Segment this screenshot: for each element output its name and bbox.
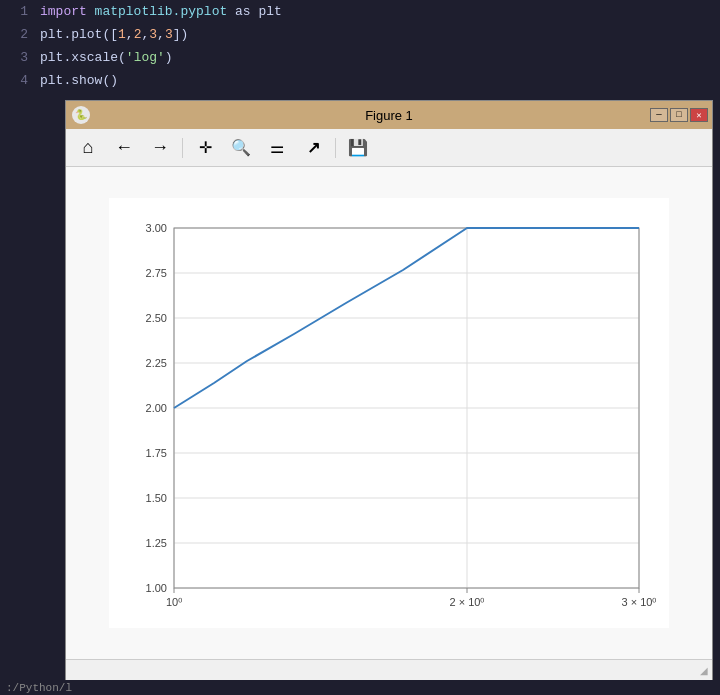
line-number: 2 (0, 27, 40, 42)
code-token: import (40, 4, 95, 19)
code-token: plt (40, 73, 63, 88)
code-token: plt (40, 27, 63, 42)
code-content: import matplotlib.pyplot as plt (40, 4, 282, 19)
maximize-button[interactable]: □ (670, 108, 688, 122)
window-controls: — □ ✕ (650, 108, 708, 122)
figure-window: 🐍 Figure 1 — □ ✕ ⌂ ← → ✛ 🔍 ⚌ ↗ 💾 (65, 100, 713, 680)
bottom-area: :/Python/l (0, 680, 720, 695)
line-number: 4 (0, 73, 40, 88)
code-line: 4plt.show() (0, 73, 720, 96)
line-number: 1 (0, 4, 40, 19)
forward-button[interactable]: → (144, 134, 176, 162)
code-token: 1 (118, 27, 126, 42)
svg-text:1.00: 1.00 (146, 582, 167, 594)
line-number: 3 (0, 50, 40, 65)
minimize-button[interactable]: — (650, 108, 668, 122)
code-token: .show() (63, 73, 118, 88)
code-token: 'log' (126, 50, 165, 65)
code-token: as (227, 4, 258, 19)
code-token: [ (110, 27, 118, 42)
plot-container: 1.00 1.25 1.50 1.75 2.00 2.25 2.50 2.75 … (66, 167, 712, 659)
toolbar: ⌂ ← → ✛ 🔍 ⚌ ↗ 💾 (66, 129, 712, 167)
code-token: plt (40, 50, 63, 65)
code-token: 3 (165, 27, 173, 42)
figure-title: Figure 1 (365, 108, 413, 123)
code-editor: 1import matplotlib.pyplot as plt2plt.plo… (0, 0, 720, 100)
svg-text:2.75: 2.75 (146, 267, 167, 279)
home-button[interactable]: ⌂ (72, 134, 104, 162)
svg-text:10⁰: 10⁰ (166, 596, 183, 608)
code-token: .plot( (63, 27, 110, 42)
code-line: 1import matplotlib.pyplot as plt (0, 4, 720, 27)
code-content: plt.plot([1,2,3,3]) (40, 27, 188, 42)
code-token: 3 (149, 27, 157, 42)
svg-text:3.00: 3.00 (146, 222, 167, 234)
bottom-path: :/Python/l (6, 682, 72, 694)
save-button[interactable]: 💾 (342, 134, 374, 162)
svg-text:1.75: 1.75 (146, 447, 167, 459)
svg-text:1.25: 1.25 (146, 537, 167, 549)
statusbar: ◢ (66, 659, 712, 681)
code-token: .xscale( (63, 50, 125, 65)
plot-area: 1.00 1.25 1.50 1.75 2.00 2.25 2.50 2.75 … (109, 198, 669, 628)
toolbar-separator-2 (335, 138, 336, 158)
svg-rect-0 (109, 198, 669, 628)
svg-text:3 × 10⁰: 3 × 10⁰ (622, 596, 658, 608)
resize-handle[interactable]: ◢ (700, 665, 708, 676)
close-button[interactable]: ✕ (690, 108, 708, 122)
configure-button[interactable]: ⚌ (261, 134, 293, 162)
svg-text:2 × 10⁰: 2 × 10⁰ (450, 596, 486, 608)
pan-button[interactable]: ✛ (189, 134, 221, 162)
code-token: , (126, 27, 134, 42)
plot-svg: 1.00 1.25 1.50 1.75 2.00 2.25 2.50 2.75 … (109, 198, 669, 628)
code-line: 2plt.plot([1,2,3,3]) (0, 27, 720, 50)
figure-logo-icon: 🐍 (72, 106, 90, 124)
code-content: plt.show() (40, 73, 118, 88)
code-token: ) (165, 50, 173, 65)
code-content: plt.xscale('log') (40, 50, 173, 65)
code-token: matplotlib.pyplot (95, 4, 228, 19)
code-token: ]) (173, 27, 189, 42)
zoom-button[interactable]: 🔍 (225, 134, 257, 162)
svg-text:2.25: 2.25 (146, 357, 167, 369)
back-button[interactable]: ← (108, 134, 140, 162)
toolbar-separator-1 (182, 138, 183, 158)
code-line: 3plt.xscale('log') (0, 50, 720, 73)
svg-text:2.50: 2.50 (146, 312, 167, 324)
figure-titlebar: 🐍 Figure 1 — □ ✕ (66, 101, 712, 129)
code-token: plt (258, 4, 281, 19)
svg-text:1.50: 1.50 (146, 492, 167, 504)
svg-text:2.00: 2.00 (146, 402, 167, 414)
code-token: , (157, 27, 165, 42)
rescale-button[interactable]: ↗ (297, 134, 329, 162)
